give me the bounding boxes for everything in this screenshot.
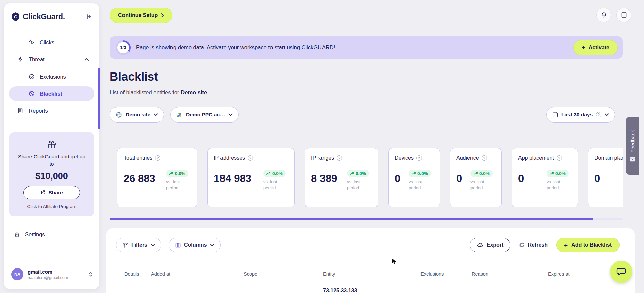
demo-data-banner: 1/3 Page is showing demo data. Activate … [110,36,623,59]
plus-icon: + [564,242,568,248]
sidebar-item-label: Threat [29,56,45,63]
delta-badge: 0.0% [166,170,188,177]
column-header-details: Details [124,271,151,277]
stat-value: 26 883 [123,173,155,185]
trend-up-icon [350,172,354,175]
columns-button[interactable]: Columns [169,238,221,252]
ppc-account-selector[interactable]: Demo PPC ac… [170,107,239,123]
sidebar-scrollbar-thumb[interactable] [98,68,100,129]
help-icon[interactable]: ? [155,155,160,161]
threat-bolt-icon [17,56,24,62]
bell-icon [601,12,607,18]
sidebar-item-clicks[interactable]: Clicks [9,35,94,50]
help-icon[interactable]: ? [557,155,562,161]
column-header-exclusions: Exclusions [420,271,472,277]
share-button-label: Share [48,190,63,196]
columns-icon [175,243,181,248]
stat-value: 8 389 [311,173,337,185]
settings-label: Settings [25,231,45,238]
help-icon[interactable]: ? [482,155,487,161]
help-icon[interactable]: ? [248,155,253,161]
setup-progress-value: 1/3 [120,45,126,50]
delta-badge: 0.0% [547,170,569,177]
sidebar-item-settings[interactable]: ⚙ Settings [4,228,99,241]
columns-label: Columns [184,242,207,248]
column-header-entity: Entity [323,271,420,277]
notifications-button[interactable] [596,8,611,22]
site-selector[interactable]: Demo site [110,107,164,123]
delta-badge: 0.0% [470,170,493,177]
blocked-icon [28,91,35,97]
clickguard-logo-icon: G [11,12,20,21]
add-to-blacklist-label: Add to Blacklist [571,242,612,248]
up-down-chevrons-icon [89,272,93,277]
sidebar-item-threat[interactable]: Threat [9,52,94,67]
site-selector-value: Demo site [126,112,150,118]
stat-card-ip-ranges: IP ranges ? 8 389 0.0% vs. last period [305,148,378,207]
user-name: gmail.com [28,269,68,275]
feedback-tab[interactable]: Feedback [626,117,639,175]
book-icon [621,12,627,18]
chat-widget-button[interactable] [610,261,632,283]
chevron-down-icon [154,113,158,116]
activate-button[interactable]: + Activate [573,40,618,55]
report-document-icon [17,108,24,114]
subtitle-site-name: Demo site [181,89,207,95]
table-row[interactable]: 73.125.33.133 [116,288,620,293]
sidebar-collapse-icon[interactable] [86,14,92,19]
delta-caption: vs. last period [263,179,288,191]
table-header-row: Details Added at Scope Entity Exclusions… [116,271,620,277]
trend-up-icon [474,172,478,175]
stat-label: Audience [456,155,479,161]
chevron-down-icon [210,244,214,246]
row-entity-value: 73.125.33.133 [323,288,420,293]
sidebar-item-exclusions[interactable]: Exclusions [9,69,94,84]
refresh-icon [519,242,525,248]
affiliate-link[interactable]: Click to Affiliate Program [15,204,88,209]
gift-icon [15,140,88,149]
delta-badge: 0.0% [263,170,286,177]
brand-name: ClickGuard. [23,12,65,21]
chat-bubble-icon [616,267,626,277]
delta-value: 0.0% [417,171,428,176]
setup-progress-ring: 1/3 [116,40,131,55]
delta-caption: vs. last period [166,179,191,191]
calendar-icon [552,112,558,118]
delta-caption: vs. last period [347,179,372,191]
help-icon[interactable]: ? [596,112,601,117]
sidebar-item-reports[interactable]: Reports [9,103,94,118]
stat-value: 0 [395,173,400,185]
date-range-selector[interactable]: Last 30 days ? [546,107,615,123]
affiliate-promo-card: Share ClickGuard and get up to $10,000 S… [9,132,94,216]
feedback-label: Feedback [630,130,635,153]
delta-value: 0.0% [175,171,185,176]
stat-card-app-placement: App placement ? 0 0.0% vs. last period [512,148,578,207]
export-button[interactable]: Export [470,238,511,252]
stat-label: Devices [395,155,414,161]
filters-button[interactable]: Filters [116,238,161,252]
delta-badge: 0.0% [347,170,369,177]
share-button[interactable]: Share [23,186,80,199]
chevron-right-icon [161,13,164,18]
stats-scrollbar-thumb[interactable] [110,218,593,220]
sidebar-nav: Clicks Threat Exclusions Blacklist [4,35,99,118]
help-icon[interactable]: ? [416,155,422,161]
continue-setup-button[interactable]: Continue Setup [110,8,172,23]
docs-button[interactable] [616,8,631,22]
account-switcher[interactable]: NA gmail.com naatali.ro@gmail.com [4,262,99,280]
delta-caption: vs. last period [409,179,434,191]
sidebar: G ClickGuard. Clicks Threat [4,3,99,289]
refresh-button[interactable]: Refresh [519,242,548,248]
help-icon[interactable]: ? [337,155,342,161]
add-to-blacklist-button[interactable]: + Add to Blacklist [556,238,620,252]
sidebar-item-label: Blacklist [40,91,62,97]
cloud-download-icon [477,243,483,248]
sidebar-item-blacklist[interactable]: Blacklist [9,86,94,101]
chevron-up-icon[interactable] [84,58,89,61]
feedback-envelope-icon [630,157,635,162]
stat-label: Total entries [123,155,152,161]
gear-icon: ⚙ [14,231,20,238]
svg-text:G: G [14,14,17,19]
column-header-scope: Scope [244,271,323,277]
delta-badge: 0.0% [409,170,431,177]
